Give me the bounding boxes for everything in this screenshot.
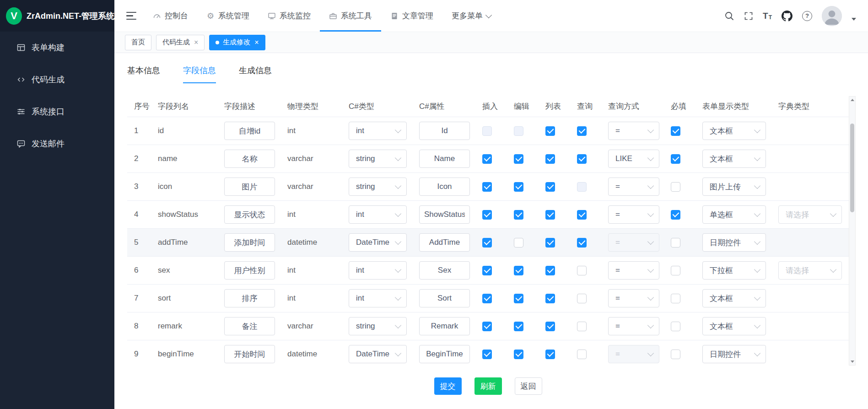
- scroll-down-icon[interactable]: [849, 358, 855, 365]
- fullscreen-icon[interactable]: [744, 11, 753, 21]
- insert-checkbox[interactable]: [482, 210, 492, 220]
- required-checkbox[interactable]: [671, 154, 680, 164]
- display-type-select[interactable]: 文本框: [702, 150, 766, 168]
- display-type-select[interactable]: 图片上传: [702, 178, 766, 196]
- display-type-select[interactable]: 单选框: [702, 205, 766, 224]
- required-checkbox[interactable]: [671, 322, 680, 331]
- display-type-select[interactable]: 下拉框: [702, 261, 766, 280]
- submit-button[interactable]: 提交: [434, 377, 462, 395]
- query-checkbox[interactable]: [577, 154, 587, 164]
- help-icon[interactable]: [802, 11, 812, 21]
- dict-type-select[interactable]: 请选择: [778, 205, 842, 224]
- csharp-property-input[interactable]: [419, 345, 470, 363]
- search-icon[interactable]: [724, 11, 734, 21]
- tab-generate-edit[interactable]: 生成修改: [209, 35, 265, 50]
- display-type-select[interactable]: 文本框: [702, 317, 766, 335]
- display-type-select[interactable]: 日期控件: [702, 233, 766, 252]
- list-checkbox[interactable]: [545, 266, 555, 275]
- field-desc-input[interactable]: [224, 345, 275, 363]
- tab-code-generation[interactable]: 代码生成: [156, 35, 205, 50]
- topnav-item-system-monitor[interactable]: 系统监控: [259, 0, 320, 32]
- github-icon[interactable]: [782, 11, 793, 22]
- required-checkbox[interactable]: [671, 210, 680, 220]
- edit-checkbox[interactable]: [514, 154, 523, 164]
- edit-checkbox[interactable]: [514, 210, 523, 220]
- field-desc-input[interactable]: [224, 289, 275, 307]
- table-scrollbar[interactable]: [849, 96, 856, 366]
- required-checkbox[interactable]: [671, 350, 680, 359]
- query-mode-select[interactable]: LIKE: [608, 150, 659, 168]
- edit-checkbox[interactable]: [514, 350, 523, 359]
- csharp-type-select[interactable]: int: [349, 261, 407, 280]
- query-mode-select[interactable]: =: [608, 178, 659, 196]
- refresh-button[interactable]: 刷新: [474, 377, 502, 395]
- list-checkbox[interactable]: [545, 350, 555, 359]
- field-desc-input[interactable]: [224, 261, 275, 280]
- query-checkbox[interactable]: [577, 350, 587, 359]
- field-desc-input[interactable]: [224, 150, 275, 168]
- insert-checkbox[interactable]: [482, 322, 492, 331]
- query-mode-select[interactable]: =: [608, 122, 659, 140]
- back-button[interactable]: 返回: [515, 377, 542, 395]
- list-checkbox[interactable]: [545, 322, 555, 331]
- query-checkbox[interactable]: [577, 266, 587, 275]
- close-icon[interactable]: [194, 39, 198, 46]
- tab-field-info[interactable]: 字段信息: [183, 65, 216, 83]
- tab-home[interactable]: 首页: [125, 35, 151, 50]
- query-mode-select[interactable]: =: [608, 317, 659, 335]
- field-desc-input[interactable]: [224, 317, 275, 335]
- field-desc-input[interactable]: [224, 178, 275, 196]
- scroll-thumb[interactable]: [850, 124, 854, 212]
- edit-checkbox[interactable]: [514, 322, 523, 331]
- insert-checkbox[interactable]: [482, 182, 492, 192]
- list-checkbox[interactable]: [545, 294, 555, 303]
- insert-checkbox[interactable]: [482, 294, 492, 303]
- required-checkbox[interactable]: [671, 126, 680, 136]
- csharp-type-select[interactable]: int: [349, 205, 407, 224]
- topnav-item-system-management[interactable]: ⚙ 系统管理: [197, 0, 259, 32]
- list-checkbox[interactable]: [545, 126, 555, 136]
- avatar[interactable]: [822, 6, 842, 26]
- field-desc-input[interactable]: [224, 122, 275, 140]
- required-checkbox[interactable]: [671, 266, 680, 275]
- insert-checkbox[interactable]: [482, 350, 492, 359]
- avatar-dropdown-icon[interactable]: [852, 18, 856, 21]
- csharp-property-input[interactable]: [419, 233, 470, 252]
- list-checkbox[interactable]: [545, 210, 555, 220]
- scroll-up-icon[interactable]: [849, 97, 855, 103]
- csharp-type-select[interactable]: int: [349, 289, 407, 307]
- list-checkbox[interactable]: [545, 238, 555, 248]
- edit-checkbox[interactable]: [514, 266, 523, 275]
- sidebar-item-send-mail[interactable]: 发送邮件: [0, 128, 114, 160]
- required-checkbox[interactable]: [671, 182, 680, 192]
- tab-basic-info[interactable]: 基本信息: [127, 65, 160, 83]
- collapse-menu-icon[interactable]: [126, 12, 136, 20]
- query-checkbox[interactable]: [577, 126, 587, 136]
- tab-generate-info[interactable]: 生成信息: [239, 65, 272, 83]
- csharp-property-input[interactable]: [419, 122, 470, 140]
- display-type-select[interactable]: 文本框: [702, 122, 766, 140]
- edit-checkbox[interactable]: [514, 182, 523, 192]
- topnav-item-console[interactable]: 控制台: [144, 0, 197, 32]
- csharp-property-input[interactable]: [419, 150, 470, 168]
- font-size-icon[interactable]: TT: [763, 11, 772, 20]
- field-desc-input[interactable]: [224, 205, 275, 224]
- csharp-property-input[interactable]: [419, 289, 470, 307]
- query-mode-select[interactable]: =: [608, 205, 659, 224]
- csharp-property-input[interactable]: [419, 261, 470, 280]
- list-checkbox[interactable]: [545, 154, 555, 164]
- dict-type-select[interactable]: 请选择: [778, 261, 842, 280]
- display-type-select[interactable]: 日期控件: [702, 345, 766, 363]
- insert-checkbox[interactable]: [482, 266, 492, 275]
- topnav-item-more-menu[interactable]: 更多菜单: [442, 0, 500, 32]
- sidebar-item-form-builder[interactable]: 表单构建: [0, 32, 114, 64]
- query-checkbox[interactable]: [577, 294, 587, 303]
- query-mode-select[interactable]: =: [608, 261, 659, 280]
- query-checkbox[interactable]: [577, 238, 587, 248]
- edit-checkbox[interactable]: [514, 238, 523, 248]
- required-checkbox[interactable]: [671, 238, 680, 248]
- display-type-select[interactable]: 文本框: [702, 289, 766, 307]
- csharp-type-select[interactable]: string: [349, 317, 407, 335]
- topnav-item-system-tools[interactable]: 系统工具: [320, 0, 381, 32]
- field-desc-input[interactable]: [224, 233, 275, 252]
